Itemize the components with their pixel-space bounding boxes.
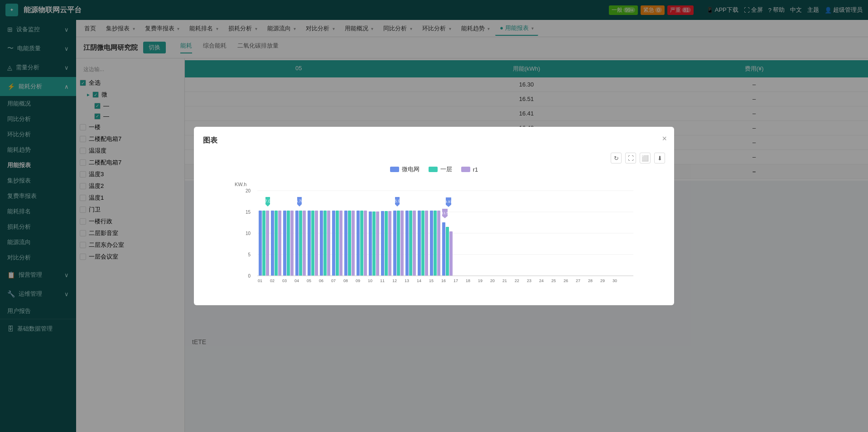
svg-text:11: 11	[380, 278, 385, 283]
svg-text:03: 03	[282, 278, 287, 283]
svg-rect-32	[327, 211, 330, 276]
svg-rect-53	[405, 211, 409, 276]
svg-rect-64	[449, 231, 453, 276]
svg-text:12: 12	[392, 278, 397, 283]
svg-rect-36	[344, 211, 347, 276]
svg-text:30: 30	[612, 278, 617, 283]
svg-rect-38	[352, 211, 355, 276]
svg-text:04: 04	[294, 278, 299, 283]
svg-text:08: 08	[343, 278, 348, 283]
svg-text:13: 13	[405, 278, 409, 283]
svg-text:17.02: 17.02	[263, 199, 273, 203]
svg-text:11.5: 11.5	[441, 211, 448, 215]
svg-rect-63	[446, 227, 449, 276]
svg-rect-18	[278, 211, 281, 276]
legend-r1-dot	[461, 167, 470, 172]
legend-microgrid-dot	[390, 167, 399, 172]
svg-text:28: 28	[588, 278, 593, 283]
svg-rect-20	[287, 211, 290, 276]
svg-rect-43	[372, 211, 376, 276]
svg-text:17: 17	[453, 278, 458, 283]
svg-rect-21	[290, 211, 294, 276]
svg-rect-17	[275, 211, 278, 276]
refresh-button[interactable]: ↻	[611, 153, 622, 163]
svg-rect-11	[259, 211, 262, 276]
svg-rect-55	[413, 211, 416, 276]
modal-title: 图表	[203, 136, 665, 145]
svg-text:20: 20	[246, 188, 251, 193]
svg-text:14: 14	[417, 278, 421, 283]
svg-rect-47	[388, 211, 391, 276]
svg-text:10: 10	[368, 278, 372, 283]
svg-rect-13	[266, 211, 269, 276]
svg-rect-54	[409, 211, 412, 276]
svg-rect-41	[364, 211, 367, 276]
svg-text:06: 06	[319, 278, 323, 283]
svg-text:02: 02	[270, 278, 275, 283]
svg-rect-42	[369, 211, 372, 276]
svg-rect-45	[381, 211, 384, 276]
modal-toolbar: ↻ ⛶ ⬜ ⬇	[203, 153, 665, 163]
svg-text:05: 05	[307, 278, 311, 283]
svg-rect-12	[262, 211, 265, 276]
svg-rect-40	[360, 211, 363, 276]
svg-rect-46	[385, 211, 388, 276]
expand-v-button[interactable]: ⬜	[640, 153, 651, 163]
svg-text:01: 01	[258, 278, 262, 283]
svg-rect-35	[339, 211, 342, 276]
svg-rect-57	[421, 211, 424, 276]
chart-area: KW.h 20 15 10 5 0	[203, 177, 665, 296]
bar-chart: KW.h 20 15 10 5 0	[203, 177, 665, 295]
legend-floor1: 一层	[429, 165, 452, 173]
svg-rect-30	[320, 211, 323, 276]
svg-text:29: 29	[600, 278, 605, 283]
svg-rect-16	[271, 211, 274, 276]
svg-text:KW.h: KW.h	[235, 182, 246, 187]
svg-text:16: 16	[441, 278, 446, 283]
svg-text:24: 24	[539, 278, 544, 283]
svg-rect-22	[295, 211, 299, 276]
download-button[interactable]: ⬇	[654, 153, 665, 163]
svg-text:9.97: 9.97	[445, 200, 452, 204]
legend-floor1-dot	[429, 167, 438, 172]
svg-rect-27	[308, 211, 311, 276]
svg-text:15: 15	[429, 278, 434, 283]
svg-text:07: 07	[331, 278, 336, 283]
svg-rect-49	[397, 211, 400, 276]
svg-rect-31	[323, 211, 327, 276]
svg-rect-56	[418, 211, 421, 276]
expand-h-button[interactable]: ⛶	[625, 153, 636, 163]
svg-text:26: 26	[564, 278, 568, 283]
svg-text:5: 5	[248, 252, 251, 257]
svg-rect-50	[400, 211, 404, 276]
chart-modal: 图表 × ↻ ⛶ ⬜ ⬇ 微电网 一层 r1	[194, 127, 674, 305]
svg-rect-58	[425, 211, 428, 276]
svg-text:18: 18	[466, 278, 470, 283]
svg-rect-48	[393, 211, 396, 276]
svg-rect-59	[430, 211, 433, 276]
svg-rect-44	[376, 211, 379, 276]
svg-text:27: 27	[576, 278, 580, 283]
svg-text:22: 22	[515, 278, 519, 283]
chart-legend: 微电网 一层 r1	[203, 165, 665, 173]
svg-rect-61	[437, 211, 440, 276]
legend-r1: r1	[461, 165, 478, 173]
svg-rect-37	[348, 211, 351, 276]
svg-text:21: 21	[502, 278, 507, 283]
svg-rect-19	[283, 211, 286, 276]
svg-rect-28	[311, 211, 314, 276]
svg-rect-33	[332, 211, 335, 276]
svg-text:20: 20	[490, 278, 495, 283]
svg-text:6.78: 6.78	[295, 199, 304, 203]
svg-rect-62	[442, 222, 445, 276]
svg-text:0: 0	[248, 274, 251, 278]
modal-close-button[interactable]: ×	[662, 134, 667, 144]
svg-text:16.94: 16.94	[392, 199, 403, 203]
svg-text:23: 23	[527, 278, 531, 283]
svg-rect-34	[336, 211, 339, 276]
modal-overlay[interactable]: 图表 × ↻ ⛶ ⬜ ⬇ 微电网 一层 r1	[0, 0, 868, 432]
svg-text:15: 15	[246, 210, 251, 215]
svg-rect-60	[434, 211, 437, 276]
svg-text:25: 25	[551, 278, 556, 283]
svg-rect-24	[303, 211, 306, 276]
